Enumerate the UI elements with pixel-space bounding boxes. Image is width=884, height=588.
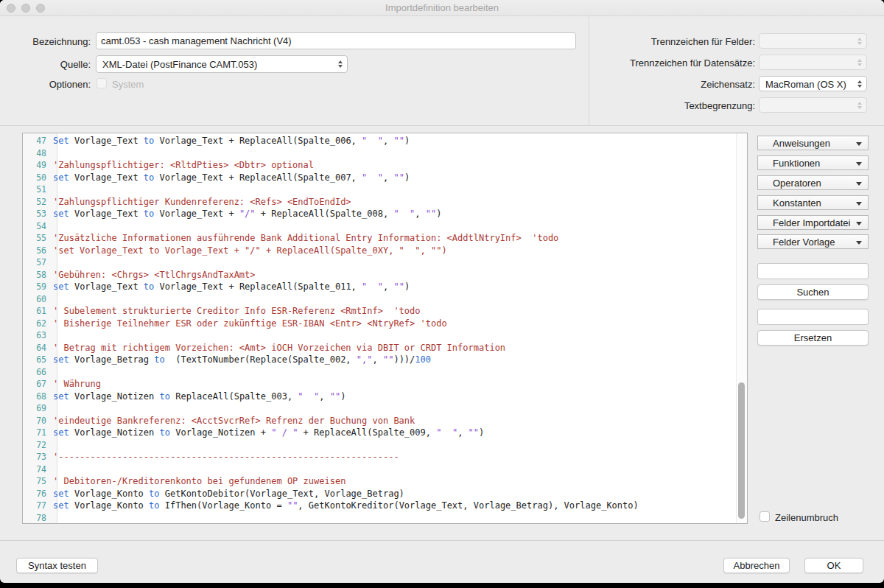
line-number: 61 xyxy=(23,305,53,318)
code-line-62: 62' Bisherige Teilnehmer ESR oder zukünf… xyxy=(23,318,735,330)
trennzeichen-felder-dropdown[interactable] xyxy=(759,33,867,49)
system-checkbox[interactable] xyxy=(97,78,107,88)
line-number: 47 xyxy=(23,135,53,147)
import-definition-dialog: Importdefinition bearbeiten Bezeichnung:… xyxy=(0,0,884,583)
line-number: 77 xyxy=(23,500,53,512)
vertical-scrollbar-thumb[interactable] xyxy=(738,382,745,519)
code-segment: ' Debitoren-/Kreditorenkonto bei gefunde… xyxy=(53,476,345,486)
code-segment: "" xyxy=(330,391,340,402)
code-segment: Vorlage_Konto xyxy=(69,489,149,499)
header-divider-horizontal xyxy=(0,125,884,126)
bezeichnung-input[interactable] xyxy=(96,32,576,49)
chevron-updown-icon xyxy=(857,38,862,45)
line-number: 60 xyxy=(23,293,53,306)
code-line-47: 47Set Vorlage_Text to Vorlage_Text + Rep… xyxy=(23,135,735,147)
quelle-value: XML-Datei (PostFinance CAMT.053) xyxy=(102,59,257,70)
abbrechen-button[interactable]: Abbrechen xyxy=(723,558,790,573)
ersetzen-button[interactable]: Ersetzen xyxy=(757,330,869,346)
felder-importdatei-pulldown[interactable]: Felder Importdatei xyxy=(757,215,869,230)
line-number: 58 xyxy=(23,269,53,281)
zoom-icon[interactable] xyxy=(36,4,45,13)
quelle-dropdown[interactable]: XML-Datei (PostFinance CAMT.053) xyxy=(96,55,348,73)
line-number: 53 xyxy=(23,208,53,220)
pulldown-label: Anweisungen xyxy=(773,138,830,149)
code-line-71: 71set Vorlage_Notizen to Vorlage_Notizen… xyxy=(23,427,735,439)
code-segment: set xyxy=(53,281,69,292)
triangle-down-icon xyxy=(856,222,862,225)
code-segment: to xyxy=(149,500,159,511)
zeichensatz-dropdown[interactable]: MacRoman (OS X) xyxy=(759,76,867,91)
code-segment: to xyxy=(144,209,154,219)
code-line-72: 72 xyxy=(23,439,735,452)
line-number: 70 xyxy=(23,415,53,427)
code-line-74: 74 xyxy=(23,463,735,476)
code-segment: " / " xyxy=(271,427,298,438)
trennzeichen-felder-label: Trennzeichen für Felder: xyxy=(589,36,755,47)
code-segment: set xyxy=(53,172,69,183)
close-icon[interactable] xyxy=(7,4,15,13)
code-line-77: 77set Vorlage_Konto to IfThen(Vorlage_Ko… xyxy=(23,500,735,512)
code-segment: "" xyxy=(383,354,393,365)
code-segment: Vorlage_Text + ReplaceAll(Spalte_006, xyxy=(154,136,362,146)
window-title: Importdefinition bearbeiten xyxy=(0,0,884,16)
code-line-48: 48 xyxy=(23,147,735,160)
code-segment: set xyxy=(53,500,69,511)
code-segment: " " xyxy=(298,391,319,402)
zeilenumbruch-checkbox[interactable] xyxy=(760,511,770,522)
funktionen-pulldown[interactable]: Funktionen xyxy=(757,155,869,170)
zeilenumbruch-label: Zeilenumbruch xyxy=(775,512,838,523)
line-number: 64 xyxy=(23,342,53,354)
anweisungen-pulldown[interactable]: Anweisungen xyxy=(757,136,869,150)
code-segment: ' Subelement strukturierte Creditor Info… xyxy=(53,306,421,316)
line-number: 49 xyxy=(23,159,53,172)
code-segment: 'Gebühren: <Chrgs> <TtlChrgsAndTaxAmt> xyxy=(53,270,256,280)
code-segment: Vorlage_Notizen + xyxy=(170,427,271,438)
replace-input[interactable] xyxy=(757,309,869,325)
code-segment: + ReplaceAll(Spalte_008, xyxy=(256,209,394,219)
triangle-down-icon xyxy=(856,182,862,186)
trennzeichen-datensaetze-dropdown[interactable] xyxy=(759,55,867,70)
pulldown-label: Funktionen xyxy=(773,158,820,169)
code-segment: 'Zahlungspflichtiger: <RltdPties> <Dbtr>… xyxy=(53,160,314,170)
line-number: 69 xyxy=(23,402,53,415)
code-segment: Vorlage_Text xyxy=(69,136,144,146)
code-segment: "" xyxy=(393,172,404,183)
code-segment: ) xyxy=(404,281,410,292)
code-line-55: 55'Zusätzliche Informationen ausführende… xyxy=(23,232,735,245)
code-line-63: 63 xyxy=(23,329,735,342)
minimize-icon[interactable] xyxy=(21,4,30,13)
code-segment: '---------------------------------------… xyxy=(53,452,399,462)
code-segment: , xyxy=(373,354,383,365)
konstanten-pulldown[interactable]: Konstanten xyxy=(757,195,869,210)
syntax-testen-button[interactable]: Syntax testen xyxy=(16,558,98,573)
code-editor[interactable]: 47Set Vorlage_Text to Vorlage_Text + Rep… xyxy=(22,133,748,524)
line-number: 57 xyxy=(23,256,53,269)
line-number: 56 xyxy=(23,245,53,257)
ok-button[interactable]: OK xyxy=(804,558,863,573)
pulldown-label: Konstanten xyxy=(773,197,821,209)
textbegrenzung-dropdown[interactable] xyxy=(759,97,867,113)
line-number: 54 xyxy=(23,220,53,233)
chevron-updown-icon xyxy=(857,80,862,88)
footer-divider xyxy=(0,540,884,541)
code-segment: ) xyxy=(479,427,484,438)
code-segment: set xyxy=(53,427,69,438)
felder-vorlage-pulldown[interactable]: Felder Vorlage xyxy=(757,234,869,249)
line-number: 66 xyxy=(23,366,53,379)
code-segment: to xyxy=(144,136,154,146)
code-line-50: 50set Vorlage_Text to Vorlage_Text + Rep… xyxy=(23,172,735,184)
suchen-button[interactable]: Suchen xyxy=(757,284,869,300)
code-segment: Vorlage_Text + xyxy=(154,209,239,219)
line-number: 65 xyxy=(23,354,53,366)
chevron-updown-icon xyxy=(857,102,862,109)
quelle-label: Quelle: xyxy=(7,59,91,70)
line-number: 63 xyxy=(23,329,53,342)
operatoren-pulldown[interactable]: Operatoren xyxy=(757,175,869,190)
bezeichnung-label: Bezeichnung: xyxy=(7,36,91,47)
code-segment: 'eindeutige Bankreferenz: <AcctSvcrRef> … xyxy=(53,416,415,426)
code-line-61: 61' Subelement strukturierte Creditor In… xyxy=(23,305,735,318)
pulldown-label: Felder Importdatei xyxy=(773,217,851,228)
search-input[interactable] xyxy=(757,263,869,279)
code-line-64: 64' Betrag mit richtigem Vorzeichen: <Am… xyxy=(23,342,735,354)
vertical-scrollbar-track[interactable] xyxy=(736,133,747,523)
